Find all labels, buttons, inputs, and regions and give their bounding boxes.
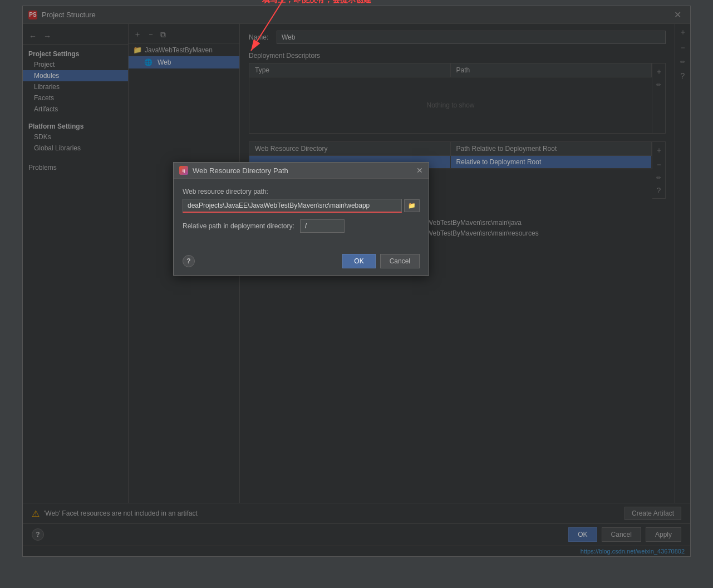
dialog-close-button[interactable]: ✕ xyxy=(416,166,423,175)
dialog-icon: ij xyxy=(179,166,188,175)
dialog-path-input[interactable] xyxy=(183,199,402,213)
annotation-arrow xyxy=(229,0,318,65)
dialog-title-text: Web Resource Directory Path xyxy=(193,166,288,175)
dialog-relative-input[interactable] xyxy=(300,219,345,233)
dialog-help-button[interactable]: ? xyxy=(183,255,195,267)
dialog-body: Web resource directory path: 📁 Relative … xyxy=(174,179,429,251)
dialog-relative-label: Relative path in deployment directory: xyxy=(183,222,294,230)
dialog-path-row: 📁 xyxy=(183,199,420,213)
svg-line-1 xyxy=(251,0,284,51)
dialog-action-buttons: OK Cancel xyxy=(342,254,420,268)
dialog: ij Web Resource Directory Path ✕ Web res… xyxy=(173,162,429,276)
dialog-field-label: Web resource directory path: xyxy=(183,188,420,195)
dialog-title-bar: ij Web Resource Directory Path ✕ xyxy=(174,163,429,179)
dialog-ok-button[interactable]: OK xyxy=(342,254,375,268)
dialog-title-left: ij Web Resource Directory Path xyxy=(179,166,288,175)
dialog-footer: ? OK Cancel xyxy=(174,251,429,275)
dialog-browse-button[interactable]: 📁 xyxy=(404,199,420,212)
annotation-text: 填写上，即便没有，会提示创建 xyxy=(262,0,371,5)
dialog-cancel-button[interactable]: Cancel xyxy=(380,254,420,268)
dialog-overlay: 填写上，即便没有，会提示创建 ij Web Resource Directory… xyxy=(23,6,690,556)
main-window: PS Project Structure ✕ ← → Project Setti… xyxy=(22,6,691,557)
dialog-relative-row: Relative path in deployment directory: xyxy=(183,219,420,233)
